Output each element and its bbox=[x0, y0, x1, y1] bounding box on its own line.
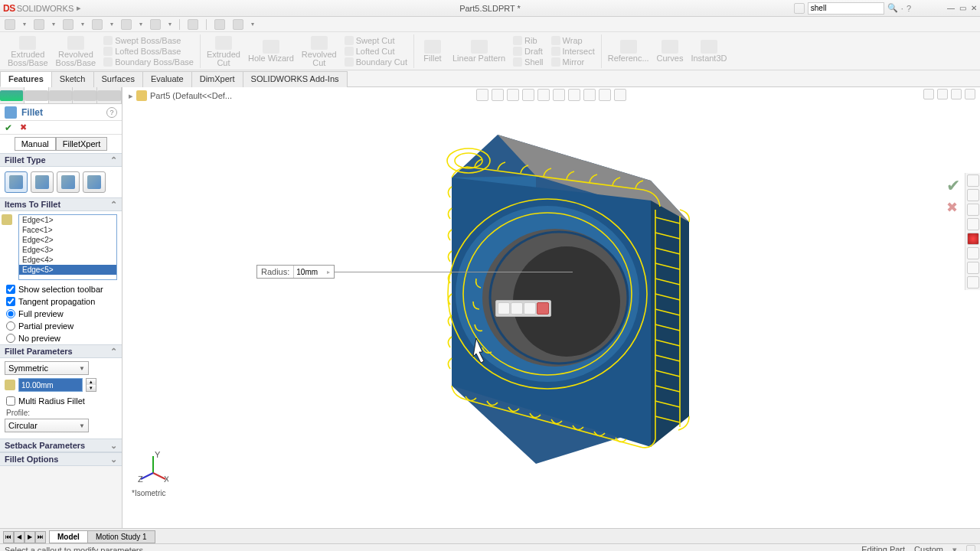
chk-selection-toolbar[interactable] bbox=[6, 285, 15, 294]
ribbon-cut-list[interactable]: Swept Cut Lofted Cut Boundary Cut bbox=[341, 36, 410, 67]
options-icon[interactable] bbox=[214, 19, 225, 30]
pm-tab-property[interactable] bbox=[24, 87, 49, 103]
pm-header: Fillet ? bbox=[0, 104, 122, 121]
radio-partial-preview[interactable] bbox=[6, 321, 15, 331]
restore-button[interactable]: ▭ bbox=[959, 4, 966, 12]
pm-ok-button[interactable]: ✔ bbox=[5, 122, 12, 133]
ribbon-revolved-boss[interactable]: RevolvedBoss/Base bbox=[53, 36, 100, 67]
list-item: Edge<5> bbox=[19, 265, 116, 275]
radius-icon bbox=[5, 380, 15, 390]
mode-manual[interactable]: Manual bbox=[15, 137, 56, 151]
ribbon-curves[interactable]: Curves bbox=[654, 40, 687, 62]
tab-addins[interactable]: SOLIDWORKS Add-Ins bbox=[243, 71, 348, 87]
ribbon-feat-list2[interactable]: Wrap Intersect Mirror bbox=[548, 36, 598, 67]
items-listbox[interactable]: Edge<1> Face<1> Edge<2> Edge<3> Edge<4> … bbox=[18, 214, 117, 280]
ribbon-extruded-boss[interactable]: ExtrudedBoss/Base bbox=[5, 36, 51, 67]
select-icon[interactable] bbox=[150, 19, 161, 30]
ctx-btn-3[interactable] bbox=[524, 302, 536, 315]
pm-help-icon[interactable]: ? bbox=[106, 107, 117, 118]
pm-tab-display[interactable] bbox=[97, 87, 122, 103]
graphics-viewport[interactable]: ▸Part5 (Default<<Def... ✔ ✖ bbox=[122, 87, 980, 528]
radio-full-preview[interactable] bbox=[6, 309, 15, 318]
taskpane-forum-icon[interactable] bbox=[967, 262, 979, 274]
tab-nav-first[interactable]: ⏮ bbox=[3, 531, 14, 543]
ribbon-fillet[interactable]: Fillet bbox=[417, 40, 448, 62]
fillet-type-full[interactable] bbox=[83, 171, 106, 193]
radius-callout[interactable]: Radius: ▸ bbox=[256, 265, 335, 279]
search-box[interactable]: 🔍 · ? bbox=[794, 2, 911, 15]
ribbon-extruded-cut[interactable]: ExtrudedCut bbox=[204, 36, 243, 67]
pm-tab-config[interactable] bbox=[49, 87, 74, 103]
ribbon-feat-list1[interactable]: Rib Draft Shell bbox=[510, 36, 546, 67]
tab-dimxpert[interactable]: DimXpert bbox=[191, 71, 243, 87]
minimize-button[interactable]: — bbox=[947, 4, 955, 12]
tab-features[interactable]: Features bbox=[0, 71, 52, 87]
tab-motion-study[interactable]: Motion Study 1 bbox=[87, 530, 155, 543]
search-target-icon[interactable] bbox=[794, 3, 805, 14]
status-icon[interactable] bbox=[966, 545, 975, 551]
tab-evaluate[interactable]: Evaluate bbox=[142, 71, 192, 87]
rebuild-icon[interactable] bbox=[188, 19, 198, 30]
profile-label: Profile: bbox=[0, 407, 122, 419]
chk-tangent[interactable] bbox=[6, 297, 15, 306]
fillet-type-face[interactable] bbox=[57, 171, 80, 193]
taskpane-file-explorer-icon[interactable] bbox=[967, 204, 979, 216]
settings-icon[interactable] bbox=[233, 19, 243, 30]
search-input[interactable] bbox=[808, 2, 884, 15]
open-icon[interactable] bbox=[34, 19, 44, 30]
tab-nav-prev[interactable]: ◀ bbox=[14, 531, 24, 543]
profile-dropdown[interactable]: Circular▼ bbox=[5, 419, 89, 432]
ribbon-reference[interactable]: Referenc... bbox=[605, 40, 652, 62]
ribbon-boss-list[interactable]: Swept Boss/Base Lofted Boss/Base Boundar… bbox=[100, 36, 197, 67]
ctx-btn-1[interactable] bbox=[498, 302, 510, 315]
help-icon[interactable]: ? bbox=[906, 4, 911, 13]
document-title: Part5.SLDPRT * bbox=[459, 4, 521, 13]
pm-cancel-button[interactable]: ✖ bbox=[20, 122, 27, 132]
ribbon-linear-pattern[interactable]: Linear Pattern bbox=[449, 40, 508, 62]
tab-nav-last[interactable]: ⏭ bbox=[35, 531, 46, 543]
orientation-triad[interactable]: Y X Z bbox=[138, 452, 168, 482]
section-items[interactable]: Items To Fillet⌃ bbox=[0, 197, 122, 211]
fillet-type-variable[interactable] bbox=[31, 171, 54, 193]
new-icon[interactable] bbox=[5, 19, 15, 30]
fillet-type-constant[interactable] bbox=[5, 171, 28, 193]
mode-filletxpert[interactable]: FilletXpert bbox=[56, 137, 108, 151]
items-selector-icon[interactable] bbox=[2, 214, 12, 225]
ctx-close-icon[interactable] bbox=[537, 302, 549, 315]
pm-tab-dim[interactable] bbox=[73, 87, 97, 103]
taskpane-custom-props-icon[interactable] bbox=[967, 247, 979, 259]
taskpane-appearances-icon[interactable] bbox=[967, 233, 979, 245]
symmetric-dropdown[interactable]: Symmetric▼ bbox=[5, 361, 89, 375]
ctx-btn-2[interactable] bbox=[511, 302, 523, 315]
radius-spinner[interactable]: ▴▾ bbox=[86, 378, 96, 392]
section-params[interactable]: Fillet Parameters⌃ bbox=[0, 344, 122, 358]
undo-icon[interactable] bbox=[121, 19, 132, 30]
ribbon-hole-wizard[interactable]: Hole Wizard bbox=[245, 40, 297, 62]
section-options[interactable]: Fillet Options⌄ bbox=[0, 452, 122, 466]
save-icon[interactable] bbox=[63, 19, 74, 30]
taskpane-flyout-icon[interactable] bbox=[967, 276, 979, 289]
search-icon[interactable]: 🔍 bbox=[887, 3, 898, 13]
taskpane-view-palette-icon[interactable] bbox=[967, 218, 979, 230]
taskpane-resources-icon[interactable] bbox=[967, 174, 979, 187]
ribbon-instant3d[interactable]: Instant3D bbox=[688, 40, 730, 62]
status-units[interactable]: Custom bbox=[914, 545, 943, 551]
radius-input[interactable] bbox=[18, 378, 83, 392]
section-setback[interactable]: Setback Parameters⌄ bbox=[0, 439, 122, 452]
close-button[interactable]: ✕ bbox=[971, 4, 977, 12]
list-item: Edge<4> bbox=[19, 255, 116, 265]
doc-close-icon[interactable] bbox=[965, 89, 975, 99]
tab-model[interactable]: Model bbox=[49, 530, 88, 543]
chk-multi-radius[interactable] bbox=[6, 396, 15, 406]
print-icon[interactable] bbox=[92, 19, 103, 30]
callout-input[interactable] bbox=[294, 266, 323, 278]
tab-nav-next[interactable]: ▶ bbox=[24, 531, 35, 543]
pm-title: Fillet bbox=[21, 107, 43, 118]
section-fillet-type[interactable]: Fillet Type⌃ bbox=[0, 153, 122, 167]
ribbon-revolved-cut[interactable]: RevolvedCut bbox=[299, 36, 340, 67]
pm-tab-feature[interactable] bbox=[0, 87, 24, 103]
taskpane-design-library-icon[interactable] bbox=[967, 189, 979, 201]
radio-no-preview[interactable] bbox=[6, 334, 15, 343]
tab-surfaces[interactable]: Surfaces bbox=[93, 71, 143, 87]
tab-sketch[interactable]: Sketch bbox=[51, 71, 94, 87]
